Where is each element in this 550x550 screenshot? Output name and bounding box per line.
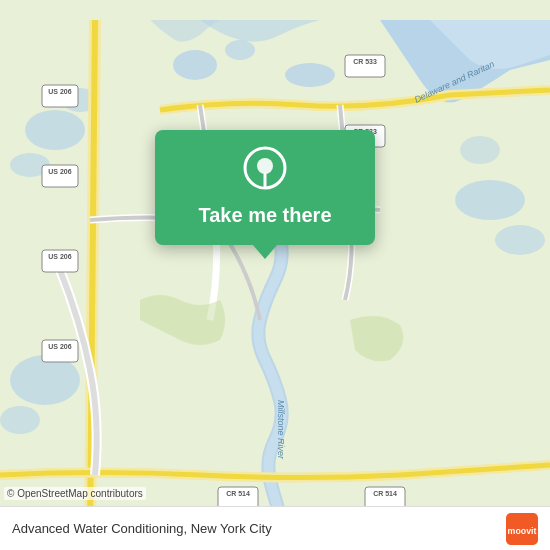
- svg-point-8: [0, 406, 40, 434]
- svg-point-11: [460, 136, 500, 164]
- bottom-left: Advanced Water Conditioning, New York Ci…: [12, 521, 272, 536]
- map-container: Delaware and Raritan Millstone River US …: [0, 0, 550, 550]
- moovit-logo: moovit: [506, 513, 538, 545]
- take-me-there-button[interactable]: Take me there: [198, 204, 331, 227]
- svg-text:moovit: moovit: [508, 525, 537, 535]
- osm-attribution: © OpenStreetMap contributors: [4, 487, 146, 500]
- svg-text:Millstone River: Millstone River: [276, 400, 286, 460]
- svg-point-9: [455, 180, 525, 220]
- moovit-icon: moovit: [506, 513, 538, 545]
- svg-point-10: [495, 225, 545, 255]
- location-pin-icon: [241, 146, 289, 194]
- popup-card: Take me there: [155, 130, 375, 245]
- svg-text:US 206: US 206: [48, 168, 71, 175]
- svg-text:US 206: US 206: [48, 343, 71, 350]
- location-text: Advanced Water Conditioning, New York Ci…: [12, 521, 272, 536]
- svg-text:CR 514: CR 514: [373, 490, 397, 497]
- svg-text:CR 533: CR 533: [353, 58, 377, 65]
- svg-point-2: [225, 40, 255, 60]
- bottom-bar: Advanced Water Conditioning, New York Ci…: [0, 506, 550, 550]
- svg-text:CR 514: CR 514: [226, 490, 250, 497]
- svg-point-31: [257, 158, 273, 174]
- svg-point-3: [285, 63, 335, 87]
- svg-point-1: [173, 50, 217, 80]
- svg-text:US 206: US 206: [48, 88, 71, 95]
- svg-point-4: [25, 110, 85, 150]
- map-svg: Delaware and Raritan Millstone River US …: [0, 0, 550, 550]
- svg-text:US 206: US 206: [48, 253, 71, 260]
